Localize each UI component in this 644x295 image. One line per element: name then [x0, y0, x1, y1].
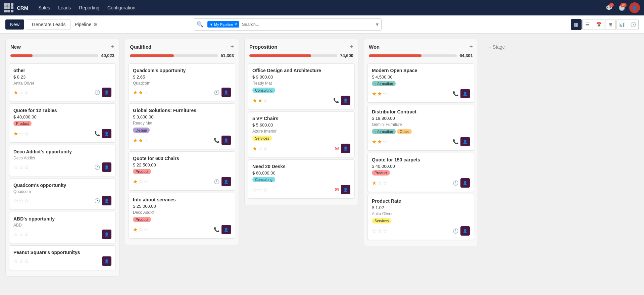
user-avatar[interactable]: 👤 — [629, 2, 640, 13]
phone-icon[interactable]: 📞 — [453, 139, 458, 144]
chart-view-button[interactable]: 📊 — [616, 19, 627, 30]
kanban-card[interactable]: Distributor Contract $ 19,800.00 Gemini … — [367, 105, 474, 151]
nav-leads[interactable]: Leads — [55, 3, 74, 12]
kanban-card[interactable]: Need 20 Desks $ 60,000.00 Consulting ☆☆☆… — [248, 159, 355, 199]
kanban-card[interactable]: Deco Addict's opportunity Deco Addict ☆☆… — [9, 145, 116, 176]
star[interactable]: ★ — [372, 91, 377, 97]
nav-sales[interactable]: Sales — [35, 3, 53, 12]
star[interactable]: ☆ — [24, 231, 29, 238]
card-user-avatar[interactable]: 👤 — [341, 96, 350, 105]
clock-icon[interactable]: 🕐 — [94, 164, 100, 170]
settings-icon[interactable]: ⚙ — [93, 22, 98, 27]
column-add-button[interactable]: + — [111, 43, 114, 50]
star[interactable]: ★ — [252, 97, 257, 104]
star[interactable]: ☆ — [19, 131, 23, 137]
star[interactable]: ☆ — [377, 228, 382, 234]
kanban-card[interactable]: Quote for 600 Chairs $ 22,500.00 Product… — [129, 151, 235, 191]
card-user-avatar[interactable]: 👤 — [102, 129, 111, 138]
star[interactable]: ★ — [377, 139, 382, 145]
star[interactable]: ★ — [133, 89, 138, 96]
star[interactable]: ☆ — [13, 164, 18, 170]
star[interactable]: ☆ — [24, 164, 29, 170]
kanban-card[interactable]: Info about services $ 25,000.00 Deco Add… — [129, 193, 235, 239]
messages-icon[interactable]: 💬 2 — [604, 2, 614, 13]
kanban-card[interactable]: 5 VP Chairs $ 5,600.00 Azure Interior Se… — [248, 111, 355, 157]
star[interactable]: ☆ — [19, 164, 23, 170]
card-user-avatar[interactable]: 👤 — [460, 178, 470, 188]
star[interactable]: ★ — [133, 137, 138, 144]
list-view-button[interactable]: ☰ — [582, 19, 593, 30]
phone-icon[interactable]: 📞 — [333, 98, 339, 103]
star[interactable]: ☆ — [13, 231, 18, 238]
clock-icon[interactable]: 🕐 — [214, 179, 219, 184]
star[interactable]: ★ — [372, 139, 377, 145]
email-icon[interactable]: ✉ — [335, 187, 339, 192]
star[interactable]: ☆ — [24, 198, 29, 204]
filter-tag-close[interactable]: ✕ — [234, 22, 237, 27]
star[interactable]: ☆ — [24, 89, 29, 96]
star[interactable]: ☆ — [258, 145, 262, 152]
star[interactable]: ☆ — [24, 131, 29, 137]
search-dropdown-icon[interactable]: ▾ — [373, 21, 381, 28]
star[interactable]: ★ — [13, 131, 18, 137]
column-add-button[interactable]: + — [230, 43, 234, 50]
kanban-card[interactable]: Quote for 12 Tables $ 40,000.00 Product … — [9, 103, 116, 143]
grid-icon[interactable] — [4, 3, 13, 12]
grid-view-button[interactable]: ⊞ — [605, 19, 616, 30]
star[interactable]: ☆ — [383, 228, 387, 234]
star[interactable]: ☆ — [144, 137, 148, 144]
clock-icon[interactable]: 🕐 — [94, 198, 100, 203]
kanban-card[interactable]: other $ 8.23 Anita Oliver ★☆☆ 🕐 👤 — [9, 63, 116, 101]
star[interactable]: ☆ — [13, 198, 18, 204]
star[interactable]: ☆ — [144, 89, 148, 96]
activities-icon[interactable]: 🕐 28 — [616, 2, 627, 13]
card-user-avatar[interactable]: 👤 — [221, 177, 231, 186]
star[interactable]: ☆ — [372, 228, 377, 234]
card-user-avatar[interactable]: 👤 — [102, 88, 111, 97]
nav-reporting[interactable]: Reporting — [76, 3, 103, 12]
star[interactable]: ☆ — [19, 89, 23, 96]
kanban-card[interactable]: Peanut Square's opportunitys ☆☆☆ 👤 — [9, 245, 116, 270]
phone-icon[interactable]: 📞 — [214, 138, 219, 143]
star[interactable]: ☆ — [24, 258, 29, 264]
kanban-card[interactable]: Quadcom's opportunity Quadcom ☆☆☆ 🕐 👤 — [9, 178, 116, 210]
star[interactable]: ★ — [138, 89, 143, 96]
filter-tag[interactable]: ▼ My Pipeline ✕ — [207, 21, 239, 28]
star[interactable]: ☆ — [263, 187, 268, 193]
kanban-card[interactable]: Office Design and Architecture $ 9,000.0… — [248, 63, 355, 109]
star[interactable]: ★ — [13, 89, 18, 96]
star[interactable]: ☆ — [383, 180, 387, 186]
phone-icon[interactable]: 📞 — [94, 131, 100, 136]
kanban-card[interactable]: Modern Open Space $ 4,500.00 Information… — [367, 63, 474, 103]
clock-icon[interactable]: 🕐 — [94, 90, 100, 95]
star[interactable]: ☆ — [19, 258, 23, 264]
search-input[interactable] — [241, 22, 373, 27]
card-user-avatar[interactable]: 👤 — [102, 256, 111, 266]
calendar-view-button[interactable]: 📅 — [594, 19, 604, 30]
star[interactable]: ☆ — [258, 187, 262, 193]
star[interactable]: ☆ — [144, 227, 148, 233]
generate-leads-button[interactable]: Generate Leads — [27, 19, 70, 30]
card-user-avatar[interactable]: 👤 — [221, 88, 231, 97]
card-user-avatar[interactable]: 👤 — [341, 144, 350, 153]
star[interactable]: ★ — [258, 97, 262, 104]
card-user-avatar[interactable]: 👤 — [221, 225, 231, 234]
phone-icon[interactable]: 📞 — [453, 91, 458, 96]
column-add-button[interactable]: + — [350, 43, 353, 50]
activity-view-button[interactable]: 🕐 — [628, 19, 639, 30]
star[interactable]: ☆ — [383, 139, 387, 145]
card-user-avatar[interactable]: 👤 — [102, 230, 111, 239]
card-user-avatar[interactable]: 👤 — [341, 185, 350, 194]
clock-icon[interactable]: 🕐 — [453, 228, 458, 234]
phone-icon[interactable]: 📞 — [214, 227, 219, 232]
star[interactable]: ☆ — [138, 227, 143, 233]
card-user-avatar[interactable]: 👤 — [102, 196, 111, 205]
kanban-card[interactable]: Quote for 150 carpets $ 40,000.00 Produc… — [367, 153, 474, 192]
star[interactable]: ★ — [133, 227, 138, 233]
star[interactable]: ★ — [133, 179, 138, 185]
card-user-avatar[interactable]: 👤 — [460, 89, 470, 98]
column-add-button[interactable]: + — [469, 43, 473, 50]
star[interactable]: ★ — [252, 145, 257, 152]
card-user-avatar[interactable]: 👤 — [221, 136, 231, 145]
star[interactable]: ☆ — [252, 187, 257, 193]
